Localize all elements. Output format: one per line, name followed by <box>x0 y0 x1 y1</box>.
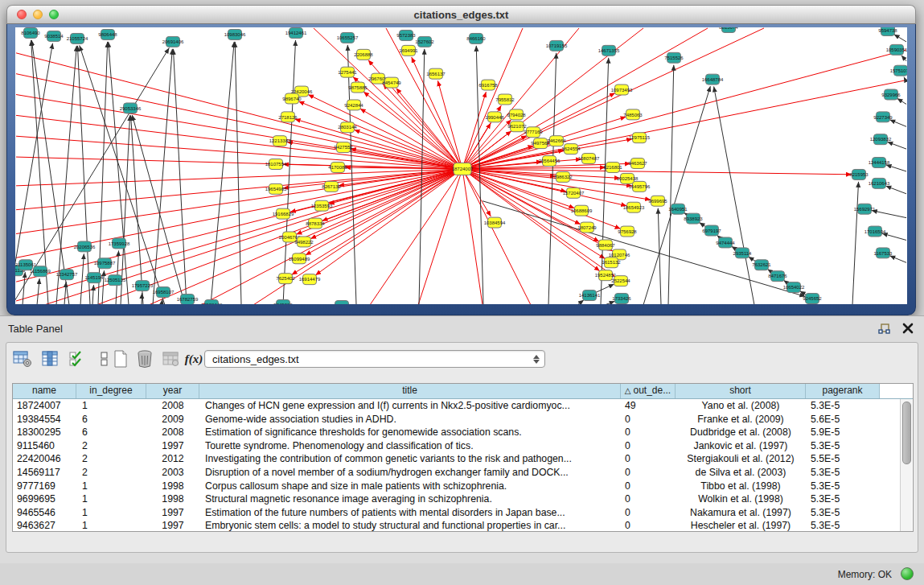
table-cell[interactable]: 2 <box>76 452 146 466</box>
table-cell[interactable]: Jankovic et al. (1997) <box>676 439 806 453</box>
table-cell[interactable]: Stergiakouli et al. (2012) <box>676 452 806 466</box>
table-cell[interactable]: 1998 <box>146 492 199 506</box>
vertical-scrollbar[interactable] <box>900 399 912 531</box>
column-header-year[interactable]: year <box>146 384 199 398</box>
table-cell[interactable]: 1 <box>76 492 146 506</box>
table-cell[interactable]: 5.3E-5 <box>806 519 880 533</box>
table-cell[interactable]: Nakamura et al. (1997) <box>676 506 806 520</box>
network-canvas[interactable]: 8106490903851421055724980644820691406109… <box>15 27 907 304</box>
column-header-short[interactable]: short <box>676 384 806 398</box>
table-cell[interactable]: 9115460 <box>13 439 76 453</box>
table-row[interactable]: 946554611997Estimation of the future num… <box>13 506 913 520</box>
column-header-out-de-[interactable]: △out_de... <box>621 384 676 398</box>
table-cell[interactable]: 1 <box>76 506 146 520</box>
table-cell[interactable]: Tourette syndrome. Phenomenology and cla… <box>199 439 621 453</box>
table-cell[interactable]: 0 <box>621 426 676 439</box>
table-cell[interactable]: 14569117 <box>13 466 76 480</box>
table-cell[interactable]: 18300295 <box>13 426 76 439</box>
table-cell[interactable]: 5.6E-5 <box>806 413 880 426</box>
table-cell[interactable]: Disruption of a novel member of a sodium… <box>199 466 621 480</box>
column-header-in-degree[interactable]: in_degree <box>76 384 146 398</box>
table-cell[interactable]: Yano et al. (2008) <box>676 399 806 413</box>
table-cell[interactable]: 5.3E-5 <box>806 480 880 493</box>
column-header-pagerank[interactable]: pagerank <box>806 384 880 398</box>
table-row[interactable]: 1456911722003Disruption of a novel membe… <box>13 466 913 480</box>
table-cell[interactable]: 9777169 <box>13 480 76 493</box>
table-row[interactable]: 946362711997Embryonic stem cells: a mode… <box>13 519 913 533</box>
scrollbar-thumb[interactable] <box>902 402 911 464</box>
import-table-icon[interactable] <box>159 348 182 370</box>
table-row[interactable]: 1830029562008Estimation of significance … <box>13 426 913 439</box>
selection-mode-icon[interactable] <box>65 348 88 370</box>
table-cell[interactable]: 0 <box>621 480 676 493</box>
table-cell[interactable]: 1998 <box>146 480 199 493</box>
table-cell[interactable]: 49 <box>621 399 676 413</box>
table-cell[interactable]: 1997 <box>146 506 199 520</box>
table-row[interactable]: 1872400712008Changes of HCN gene express… <box>13 399 913 413</box>
table-cell[interactable]: Genome-wide association studies in ADHD. <box>199 413 621 426</box>
table-cell[interactable]: 18724007 <box>13 399 76 413</box>
table-cell[interactable]: 2012 <box>146 452 199 466</box>
table-cell[interactable]: Structural magnetic resonance image aver… <box>199 492 621 506</box>
table-cell[interactable]: 5.9E-5 <box>806 426 880 439</box>
table-cell[interactable]: Franke et al. (2009) <box>676 413 806 426</box>
table-cell[interactable]: 19384554 <box>13 413 76 426</box>
table-settings-icon[interactable] <box>11 348 34 370</box>
column-header-name[interactable]: name <box>13 384 76 398</box>
table-cell[interactable]: 0 <box>621 492 676 506</box>
table-cell[interactable]: Estimation of significance thresholds fo… <box>199 426 621 439</box>
table-cell[interactable]: 6 <box>76 426 146 439</box>
table-cell[interactable]: Investigating the contribution of common… <box>199 452 621 466</box>
table-cell[interactable]: Embryonic stem cells: a model to study s… <box>199 519 621 533</box>
delete-table-icon[interactable] <box>133 348 156 370</box>
table-cell[interactable]: 1997 <box>146 439 199 453</box>
table-cell[interactable]: 2003 <box>146 466 199 480</box>
table-cell[interactable]: 0 <box>621 439 676 453</box>
table-cell[interactable]: 9465546 <box>13 506 76 520</box>
float-panel-icon[interactable] <box>878 323 890 335</box>
table-cell[interactable]: 1997 <box>146 519 199 533</box>
table-cell[interactable]: Hescheler et al. (1997) <box>676 519 806 533</box>
function-builder-icon[interactable]: f(x) <box>182 348 206 370</box>
table-selector-dropdown[interactable]: citations_edges.txt <box>204 350 545 368</box>
table-cell[interactable]: 9463627 <box>13 519 76 533</box>
table-cell[interactable]: 6 <box>76 413 146 426</box>
column-visibility-icon[interactable] <box>39 348 61 370</box>
table-cell[interactable]: 5.3E-5 <box>806 399 880 413</box>
table-cell[interactable]: 0 <box>621 466 676 480</box>
table-cell[interactable]: Corpus callosum shape and size in male p… <box>199 480 621 493</box>
table-cell[interactable]: 2008 <box>146 399 199 413</box>
table-cell[interactable]: Tibbo et al. (1998) <box>676 480 806 493</box>
table-cell[interactable]: 2 <box>76 439 146 453</box>
table-cell[interactable]: 0 <box>621 506 676 520</box>
window-titlebar[interactable]: citations_edges.txt <box>6 5 916 24</box>
table-row[interactable]: 1938455462009Genome-wide association stu… <box>13 413 913 426</box>
table-cell[interactable]: 0 <box>621 519 676 533</box>
table-cell[interactable]: 5.3E-5 <box>806 466 880 480</box>
table-cell[interactable]: 9699695 <box>13 492 76 506</box>
table-row[interactable]: 977716911998Corpus callosum shape and si… <box>13 480 913 493</box>
table-cell[interactable]: Estimation of the future numbers of pati… <box>199 506 621 520</box>
close-panel-icon[interactable] <box>902 323 914 334</box>
column-header-title[interactable]: title <box>199 384 621 398</box>
table-cell[interactable]: 5.5E-5 <box>806 452 880 466</box>
table-row[interactable]: 911546021997Tourette syndrome. Phenomeno… <box>13 439 913 453</box>
table-cell[interactable]: 2008 <box>146 426 199 439</box>
create-table-icon[interactable] <box>109 348 132 370</box>
table-cell[interactable]: 1 <box>76 399 146 413</box>
table-cell[interactable]: 0 <box>621 413 676 426</box>
table-cell[interactable]: 5.3E-5 <box>806 439 880 453</box>
table-cell[interactable]: 5.3E-5 <box>806 492 880 506</box>
table-cell[interactable]: 22420046 <box>13 452 76 466</box>
table-cell[interactable]: 0 <box>621 452 676 466</box>
table-cell[interactable]: Changes of HCN gene expression and I(f) … <box>199 399 621 413</box>
table-row[interactable]: 969969511998Structural magnetic resonanc… <box>13 492 913 506</box>
table-cell[interactable]: 1 <box>76 480 146 493</box>
table-cell[interactable]: Wolkin et al. (1998) <box>676 492 806 506</box>
table-cell[interactable]: 2009 <box>146 413 199 426</box>
table-cell[interactable]: 2 <box>76 466 146 480</box>
table-cell[interactable]: Dudbridge et al. (2008) <box>676 426 806 439</box>
table-cell[interactable]: 1 <box>76 519 146 533</box>
table-cell[interactable]: de Silva et al. (2003) <box>676 466 806 480</box>
table-cell[interactable]: 5.3E-5 <box>806 506 880 520</box>
